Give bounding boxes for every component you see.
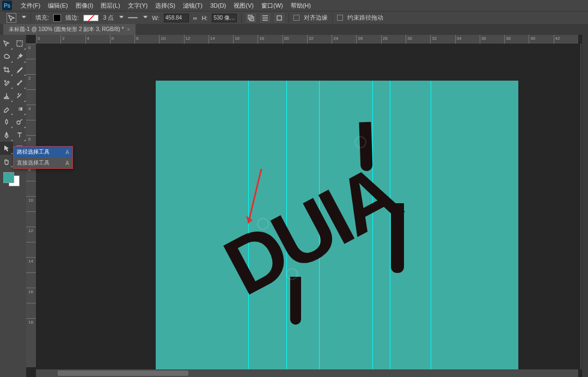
link-wh[interactable]: ∞ <box>193 15 198 21</box>
path-selection-tool[interactable] <box>0 142 13 155</box>
menu-image[interactable]: 图像(I) <box>72 0 96 11</box>
height-label: H: <box>201 15 207 21</box>
type-tool[interactable] <box>13 129 26 142</box>
workspace: 路径选择工具 A 直接选择工具 A 0246810121416182022242… <box>0 35 588 377</box>
ruler-tick: 12 <box>26 227 36 242</box>
ruler-tick: 2 <box>60 35 85 44</box>
flyout-item-key: A <box>65 160 69 166</box>
ruler-tick <box>26 181 36 196</box>
menu-select[interactable]: 选择(S) <box>152 0 179 11</box>
ruler-tick: 34 <box>455 35 480 44</box>
flyout-item-key: A <box>65 149 69 155</box>
align-edges-checkbox[interactable] <box>293 15 299 21</box>
tool-panel <box>0 35 26 377</box>
tool-preset-picker[interactable] <box>7 13 16 23</box>
constrain-label: 约束路径拖动 <box>347 14 383 22</box>
ruler-tick: 28 <box>381 35 406 44</box>
height-input[interactable] <box>212 14 237 22</box>
align-edges-label: 对齐边缘 <box>304 14 328 22</box>
artboard[interactable]: DUIA <box>156 81 518 377</box>
menu-layer[interactable]: 图层(L) <box>97 0 123 11</box>
pen-tool[interactable] <box>0 129 13 142</box>
stamp-tool[interactable] <box>0 89 13 102</box>
hand-tool[interactable] <box>0 155 13 168</box>
stroke-swatch[interactable] <box>83 15 99 21</box>
path-anchor-outline <box>257 218 269 230</box>
ruler-tick: 16 <box>26 288 36 303</box>
path-op-combine[interactable] <box>246 14 256 22</box>
ruler-tick <box>26 242 36 257</box>
horizontal-ruler[interactable]: 024681012141618202224262830323436384042 <box>36 35 578 44</box>
menu-3d[interactable]: 3D(D) <box>207 1 229 10</box>
path-align[interactable] <box>260 14 270 22</box>
constrain-checkbox[interactable] <box>337 15 343 21</box>
canvas-area: 024681012141618202224262830323436384042 … <box>26 35 588 377</box>
ruler-tick <box>26 272 36 288</box>
blur-tool[interactable] <box>0 115 13 129</box>
stroke-type-dropdown[interactable] <box>143 16 148 20</box>
document-title: 未标题-1 @ 100% (圆角矩形 2 副本 3, RGB/8) * <box>9 26 124 33</box>
app-logo: Ps <box>2 1 12 10</box>
path-arrange[interactable] <box>274 14 284 22</box>
fill-swatch[interactable] <box>53 14 61 22</box>
tool-preset-dropdown[interactable] <box>22 16 26 20</box>
ruler-tick: 30 <box>406 35 430 44</box>
width-input[interactable] <box>164 14 189 22</box>
brush-tool[interactable] <box>13 76 26 89</box>
ruler-tick: 40 <box>529 35 553 44</box>
vertical-ruler[interactable]: 024681012141618 <box>26 44 36 367</box>
menu-edit[interactable]: 编辑(E) <box>45 0 71 11</box>
horizontal-scrollbar[interactable] <box>36 369 578 377</box>
ruler-tick: 24 <box>332 35 356 44</box>
ruler-tick: 14 <box>209 35 233 44</box>
stroke-width[interactable]: 3 点 <box>103 14 114 22</box>
magic-wand-tool[interactable] <box>13 50 26 63</box>
menu-file[interactable]: 文件(F) <box>17 0 44 11</box>
close-icon[interactable]: × <box>127 27 130 32</box>
lasso-tool[interactable] <box>0 50 13 63</box>
ruler-tick: 10 <box>26 196 36 211</box>
eraser-tool[interactable] <box>0 102 13 115</box>
width-label: W: <box>152 15 159 21</box>
separator <box>289 13 289 23</box>
tool-flyout: 路径选择工具 A 直接选择工具 A <box>13 146 73 169</box>
crop-tool[interactable] <box>0 63 13 76</box>
foreground-color[interactable] <box>3 172 14 183</box>
drip-shape[interactable] <box>290 277 301 325</box>
eyedropper-tool[interactable] <box>13 63 26 76</box>
ruler-tick: 4 <box>85 35 110 44</box>
history-brush-tool[interactable] <box>13 89 26 102</box>
guide-line[interactable] <box>431 81 431 377</box>
flyout-path-selection[interactable]: 路径选择工具 A <box>14 147 72 157</box>
stroke-type[interactable] <box>128 17 138 19</box>
ruler-tick: 22 <box>307 35 332 44</box>
svg-point-5 <box>17 121 20 124</box>
ruler-tick: 14 <box>26 257 36 272</box>
menu-help[interactable]: 帮助(H) <box>287 0 314 11</box>
svg-rect-2 <box>277 16 281 20</box>
ruler-tick: 0 <box>36 35 60 44</box>
separator <box>30 13 31 23</box>
menu-type[interactable]: 文字(Y) <box>125 0 151 11</box>
stroke-width-dropdown[interactable] <box>119 16 124 20</box>
marquee-tool[interactable] <box>13 37 26 50</box>
ruler-tick <box>26 303 36 318</box>
move-tool[interactable] <box>0 37 13 50</box>
artwork-text[interactable]: DUIA <box>210 148 412 314</box>
dodge-tool[interactable] <box>13 115 26 129</box>
flyout-direct-selection[interactable]: 直接选择工具 A <box>14 157 72 168</box>
ruler-tick: 4 <box>26 105 36 120</box>
ruler-tick: 32 <box>430 35 455 44</box>
menu-filter[interactable]: 滤镜(T) <box>180 0 206 11</box>
color-swatches[interactable] <box>3 172 20 186</box>
menu-view[interactable]: 视图(V) <box>230 0 257 11</box>
drip-shape[interactable] <box>391 203 404 273</box>
stroke-label: 描边: <box>65 14 79 22</box>
healing-brush-tool[interactable] <box>0 76 13 89</box>
collapsed-panel-dock[interactable] <box>581 35 588 377</box>
ruler-tick: 20 <box>283 35 307 44</box>
menu-window[interactable]: 窗口(W) <box>258 0 286 11</box>
gradient-tool[interactable] <box>13 102 26 115</box>
document-tab[interactable]: 未标题-1 @ 100% (圆角矩形 2 副本 3, RGB/8) * × <box>3 24 136 35</box>
menu-bar: Ps 文件(F) 编辑(E) 图像(I) 图层(L) 文字(Y) 选择(S) 滤… <box>0 0 588 11</box>
